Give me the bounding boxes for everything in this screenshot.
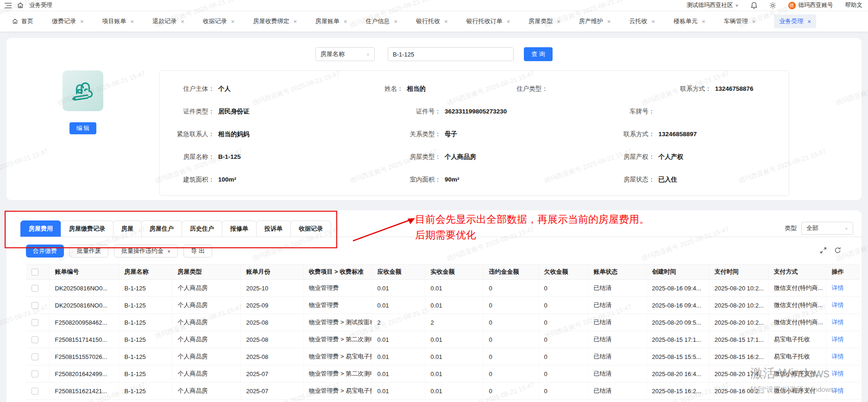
close-icon[interactable]: × [752, 18, 756, 25]
cell-received: 0.01 [425, 280, 483, 297]
cell-pay-time: 2025-08-20 10:2... [709, 297, 768, 314]
close-icon[interactable]: × [702, 18, 705, 25]
cell-status: 已结清 [588, 297, 646, 314]
open-tab[interactable]: 收据记录 × [203, 17, 235, 25]
select-all-checkbox[interactable] [31, 269, 38, 276]
detail-tab-label: 房屋住户 [150, 225, 174, 233]
row-checkbox[interactable] [31, 388, 38, 395]
row-checkbox[interactable] [31, 319, 38, 326]
search-row: 房屋名称 ∨ 查 询 [6, 38, 862, 61]
cell-pay-method: 微信支付(特约商... [768, 280, 826, 297]
cell-house-name: B-1-125 [119, 365, 172, 383]
detail-tab[interactable]: 收据记录 [290, 220, 331, 237]
resident-info-panel: 住户主体：个人姓名：相当的住户类型：联系方式：13246758876 证件类型：… [159, 70, 789, 196]
column-header: 房屋类型 [172, 264, 240, 280]
close-icon[interactable]: × [557, 18, 560, 25]
detail-tab[interactable]: 历史住户 [182, 220, 222, 237]
info-label: 车牌号： [600, 107, 655, 116]
open-tab[interactable]: 业务受理 × [774, 14, 816, 28]
community-selector[interactable]: 测试德玛西亚社区 ∨ [686, 1, 738, 9]
fullscreen-icon[interactable] [820, 247, 827, 255]
open-tab-label: 云托收 [629, 17, 648, 25]
close-icon[interactable]: × [231, 18, 235, 25]
open-tab[interactable]: 云托收 × [629, 17, 655, 25]
close-icon[interactable]: × [394, 18, 398, 25]
account-menu[interactable]: 德 德玛西亚账号 [788, 1, 833, 9]
batch-void-button[interactable]: 批量作废 [69, 245, 108, 258]
detail-link[interactable]: 详情 [832, 387, 844, 394]
cell-received: 0.01 [425, 365, 483, 383]
tab-home-label: 首页 [21, 17, 33, 25]
info-field: 证件类型：居民身份证 [160, 107, 386, 116]
query-button[interactable]: 查 询 [524, 47, 553, 61]
close-icon[interactable]: × [652, 18, 655, 25]
close-icon[interactable]: × [444, 18, 448, 25]
cell-received: 0.01 [425, 348, 483, 365]
bell-icon[interactable] [751, 2, 757, 9]
open-tab[interactable]: 退款记录 × [152, 17, 184, 25]
info-label: 房屋状态： [600, 176, 655, 184]
open-tab-label: 项目账单 [102, 17, 126, 25]
detail-link[interactable]: 详情 [832, 302, 844, 308]
open-tab[interactable]: 缴费记录 × [52, 17, 84, 25]
gear-icon[interactable] [769, 2, 776, 9]
detail-tab[interactable]: 投诉单 [256, 220, 291, 237]
open-tab-label: 银行托收订单 [466, 17, 503, 25]
search-field-select[interactable]: 房屋名称 ∨ [315, 47, 375, 61]
cell-created-time: 2025-08-16 09:4... [646, 280, 709, 297]
close-icon[interactable]: × [607, 18, 611, 25]
row-checkbox[interactable] [31, 285, 38, 292]
tab-home[interactable]: 首页 [12, 17, 33, 25]
open-tab[interactable]: 住户信息 × [366, 17, 398, 25]
cell-status: 已结清 [588, 331, 646, 348]
close-icon[interactable]: × [80, 18, 84, 25]
row-checkbox[interactable] [31, 302, 38, 309]
merge-pay-button[interactable]: 合并缴费 [26, 245, 64, 258]
open-tab[interactable]: 房屋收费绑定 × [253, 17, 297, 25]
close-icon[interactable]: × [807, 18, 811, 25]
open-tab[interactable]: 房产维护 × [579, 17, 611, 25]
row-checkbox[interactable] [31, 371, 38, 377]
chevron-down-icon: ∨ [366, 52, 370, 57]
detail-link[interactable]: 详情 [832, 284, 844, 291]
close-icon[interactable]: × [181, 18, 184, 25]
open-tab[interactable]: 房屋账单 × [315, 17, 347, 25]
edit-button[interactable]: 编 辑 [69, 122, 96, 134]
open-tab[interactable]: 楼栋单元 × [673, 17, 705, 25]
export-button[interactable]: 导 出 [183, 245, 212, 258]
refresh-icon[interactable] [834, 247, 841, 255]
close-icon[interactable]: × [507, 18, 510, 25]
row-checkbox[interactable] [31, 353, 38, 360]
account-avatar: 德 [788, 2, 796, 9]
resident-avatar-block: 编 辑 [6, 70, 159, 134]
detail-link[interactable]: 详情 [832, 336, 844, 343]
detail-tab[interactable]: 房屋缴费记录 [61, 220, 113, 237]
detail-link[interactable]: 详情 [832, 319, 844, 326]
info-value: B-1-125 [218, 153, 241, 160]
open-tab[interactable]: 车辆管理 × [724, 17, 756, 25]
detail-tab[interactable]: 房屋 [113, 220, 142, 237]
detail-tab[interactable]: 房屋费用 [20, 220, 61, 237]
detail-tab[interactable]: 房屋住户 [141, 220, 182, 237]
cell-underpaid: 0 [538, 383, 588, 400]
home-icon[interactable] [17, 2, 24, 8]
info-label: 紧急联系人： [160, 130, 214, 138]
open-tab[interactable]: 项目账单 × [102, 17, 134, 25]
close-icon[interactable]: × [131, 18, 134, 25]
search-input[interactable] [388, 47, 514, 61]
batch-penalty-button[interactable]: 批量操作违约金 ∨ [114, 245, 178, 258]
open-tab[interactable]: 银行托收 × [416, 17, 448, 25]
cell-receivable: 0.01 [371, 297, 425, 314]
open-tab[interactable]: 银行托收订单 × [466, 17, 510, 25]
row-checkbox[interactable] [31, 336, 38, 343]
detail-tab[interactable]: 报修单 [222, 220, 257, 237]
type-select[interactable]: 全部 ∨ [801, 222, 853, 235]
help-link[interactable]: 帮助文 [845, 1, 863, 9]
open-tab[interactable]: 房屋类型 × [528, 17, 560, 25]
detail-link[interactable]: 详情 [832, 370, 844, 377]
cell-receivable: 0.01 [371, 331, 425, 348]
menu-collapse-icon[interactable] [5, 3, 12, 8]
close-icon[interactable]: × [293, 18, 297, 25]
close-icon[interactable]: × [344, 18, 347, 25]
detail-link[interactable]: 详情 [832, 353, 844, 360]
